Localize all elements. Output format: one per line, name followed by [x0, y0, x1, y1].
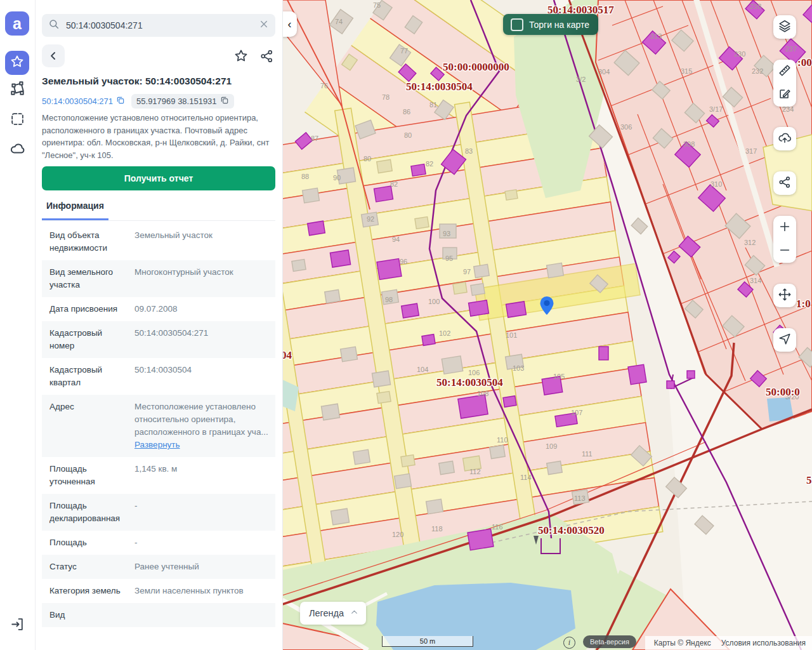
- back-button[interactable]: [42, 44, 65, 67]
- tab-bar: Информация: [42, 197, 275, 221]
- building[interactable]: [303, 188, 320, 203]
- sidebar-item-select-area[interactable]: [9, 112, 26, 129]
- building[interactable]: [453, 282, 467, 295]
- building-registered[interactable]: [468, 529, 494, 550]
- table-row: Кадастровый квартал50:14:0030504: [42, 358, 275, 395]
- building[interactable]: [401, 455, 415, 467]
- search-input[interactable]: [65, 20, 254, 31]
- building-registered[interactable]: [503, 396, 516, 408]
- building-registered[interactable]: [402, 303, 419, 318]
- cadastral-quarter-label: 50:00:0000000: [443, 61, 509, 73]
- building[interactable]: [321, 404, 339, 420]
- building[interactable]: [442, 356, 462, 374]
- building[interactable]: [474, 264, 490, 277]
- parcel-number: 118: [431, 525, 443, 533]
- building[interactable]: [377, 392, 391, 404]
- app-logo[interactable]: a: [5, 11, 29, 36]
- copy-icon[interactable]: [116, 96, 125, 107]
- navigate-icon: [778, 332, 792, 348]
- parcel-number: 314: [750, 277, 761, 284]
- terms-link[interactable]: Условия использования: [721, 639, 806, 647]
- share-button[interactable]: [258, 47, 275, 65]
- copy-icon[interactable]: [220, 96, 229, 107]
- draw-button[interactable]: [773, 83, 796, 107]
- building[interactable]: [415, 217, 429, 229]
- scale-bar: 50 m: [382, 636, 473, 647]
- building[interactable]: [341, 347, 358, 362]
- coordinates-chip[interactable]: 55.917969 38.151931: [131, 94, 234, 109]
- building-registered[interactable]: [422, 335, 435, 346]
- pan-button[interactable]: [773, 284, 796, 307]
- building-registered[interactable]: [374, 186, 393, 202]
- clear-icon[interactable]: [259, 19, 269, 32]
- search-bar[interactable]: [42, 14, 275, 37]
- building[interactable]: [372, 371, 390, 387]
- measure-button[interactable]: [773, 60, 796, 83]
- sidebar-item-favorites[interactable]: [5, 51, 29, 75]
- checkbox-icon[interactable]: [511, 18, 523, 31]
- building[interactable]: [490, 445, 506, 458]
- locate-button[interactable]: [773, 328, 796, 352]
- control-group: [773, 216, 796, 263]
- building[interactable]: [353, 449, 370, 465]
- parcel-number: 80: [404, 131, 412, 139]
- building[interactable]: [505, 190, 518, 201]
- building[interactable]: [471, 284, 485, 296]
- parcel-number: 107: [571, 409, 582, 416]
- building[interactable]: [395, 474, 412, 489]
- building[interactable]: [426, 499, 443, 514]
- cadastral-quarter-label: 1:0: [796, 298, 811, 310]
- layers-button[interactable]: [773, 15, 796, 39]
- building[interactable]: [325, 289, 341, 303]
- legend-button[interactable]: Легенда: [300, 602, 366, 625]
- parcel-number: 78: [382, 93, 390, 101]
- building-registered[interactable]: [458, 395, 488, 418]
- ruler-icon: [778, 63, 792, 80]
- building-registered[interactable]: [411, 164, 426, 176]
- building-registered[interactable]: [469, 300, 489, 316]
- tab-information[interactable]: Информация: [42, 197, 108, 220]
- cadastral-number-link[interactable]: 50:14:0030504:271: [42, 96, 125, 107]
- building[interactable]: [377, 159, 393, 173]
- building[interactable]: [547, 461, 563, 474]
- minus-icon: [778, 243, 792, 260]
- cadastral-quarter-label: 50:00:0: [766, 386, 800, 398]
- building-registered[interactable]: [506, 302, 527, 317]
- parcel-number: 96: [400, 258, 407, 265]
- cadastral-quarter-label: 50:14:0030504: [436, 376, 503, 388]
- building-registered[interactable]: [667, 381, 674, 388]
- building[interactable]: [547, 263, 564, 278]
- collapse-panel-button[interactable]: ‹: [282, 11, 297, 37]
- map-attribution: Карты © Яндекс Условия использования: [645, 636, 812, 650]
- get-report-button[interactable]: Получить отчет: [42, 166, 275, 190]
- parcel-number: 101: [506, 331, 517, 339]
- building-registered[interactable]: [687, 371, 695, 378]
- parcel-number: 232: [752, 67, 763, 75]
- zoom-out-button[interactable]: [773, 239, 796, 263]
- building-registered[interactable]: [308, 221, 325, 235]
- building[interactable]: [331, 508, 349, 525]
- info-icon[interactable]: i: [563, 637, 575, 649]
- building-registered[interactable]: [628, 364, 646, 385]
- upload-button[interactable]: [773, 127, 796, 150]
- auctions-toggle[interactable]: Торги на карте: [503, 14, 598, 35]
- expand-link[interactable]: Развернуть: [134, 440, 180, 449]
- login-button[interactable]: [9, 617, 26, 634]
- building[interactable]: [439, 461, 455, 474]
- cadastral-quarter-label: :00: [797, 56, 812, 69]
- parcel-number: 310: [710, 180, 722, 188]
- table-row: СтатусРанее учтенный: [42, 555, 275, 579]
- sidebar-item-polygon-tool[interactable]: [9, 81, 26, 98]
- sidebar-item-cloud[interactable]: [9, 141, 26, 158]
- cadastral-map[interactable]: 7475777678818680808282838788909293949596…: [282, 0, 812, 650]
- building-registered[interactable]: [599, 347, 608, 360]
- building-registered[interactable]: [330, 250, 350, 267]
- building[interactable]: [292, 260, 306, 272]
- building-registered[interactable]: [377, 258, 402, 279]
- share-map-button[interactable]: [773, 171, 796, 195]
- row-label: Площадь уточненная: [49, 463, 134, 488]
- parcel-number: 114: [520, 474, 532, 481]
- map-canvas[interactable]: 7475777678818680808282838788909293949596…: [282, 0, 812, 650]
- favorite-button[interactable]: [232, 47, 250, 65]
- zoom-in-button[interactable]: [773, 216, 796, 239]
